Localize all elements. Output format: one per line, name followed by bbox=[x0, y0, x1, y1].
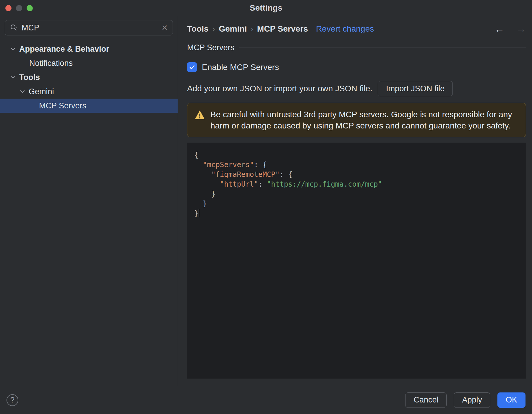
warning-icon bbox=[194, 110, 205, 121]
breadcrumb: Tools › Gemini › MCP Servers Revert chan… bbox=[187, 23, 526, 35]
sidebar-item-label: Appearance & Behavior bbox=[19, 45, 109, 54]
warning-text: Be careful with untrusted 3rd party MCP … bbox=[210, 109, 519, 131]
breadcrumb-mcp-servers: MCP Servers bbox=[257, 24, 308, 34]
dialog-footer: ? Cancel Apply OK bbox=[0, 386, 532, 414]
section-title: MCP Servers bbox=[187, 43, 234, 52]
sidebar-item-notifications[interactable]: Notifications bbox=[0, 56, 178, 70]
help-button[interactable]: ? bbox=[7, 394, 18, 406]
zoom-window-button[interactable] bbox=[27, 5, 33, 11]
sidebar-item-tools[interactable]: Tools bbox=[0, 70, 178, 84]
traffic-lights bbox=[5, 0, 33, 16]
section-header: MCP Servers bbox=[187, 43, 526, 52]
breadcrumb-separator: › bbox=[251, 25, 253, 34]
json-editor[interactable]: { "mcpServers": { "figmaRemoteMCP": { "h… bbox=[187, 143, 526, 379]
settings-content: ✕ Appearance & Behavior Notifications To bbox=[0, 16, 532, 386]
text-caret bbox=[199, 209, 199, 217]
sidebar-item-appearance-behavior[interactable]: Appearance & Behavior bbox=[0, 42, 178, 56]
ok-button[interactable]: OK bbox=[497, 392, 525, 408]
sidebar-item-gemini[interactable]: Gemini bbox=[0, 84, 178, 99]
search-icon bbox=[10, 24, 18, 32]
json-editor-code[interactable]: { "mcpServers": { "figmaRemoteMCP": { "h… bbox=[194, 150, 520, 219]
clear-search-icon[interactable]: ✕ bbox=[161, 24, 168, 32]
breadcrumb-gemini[interactable]: Gemini bbox=[219, 24, 247, 34]
sidebar-item-label: Gemini bbox=[29, 87, 54, 96]
mcp-servers-panel: Tools › Gemini › MCP Servers Revert chan… bbox=[178, 16, 532, 386]
settings-sidebar: ✕ Appearance & Behavior Notifications To bbox=[0, 16, 178, 386]
apply-button[interactable]: Apply bbox=[454, 392, 490, 408]
search-input[interactable] bbox=[22, 23, 158, 32]
enable-mcp-label[interactable]: Enable MCP Servers bbox=[202, 63, 279, 72]
sidebar-item-label: MCP Servers bbox=[39, 101, 86, 110]
breadcrumb-tools[interactable]: Tools bbox=[187, 24, 209, 34]
settings-search-box[interactable]: ✕ bbox=[5, 20, 173, 35]
import-description: Add your own JSON or import your own JSO… bbox=[187, 84, 372, 93]
enable-mcp-checkbox[interactable] bbox=[187, 62, 197, 72]
close-window-button[interactable] bbox=[5, 5, 12, 11]
cancel-button[interactable]: Cancel bbox=[405, 392, 447, 408]
chevron-down-icon[interactable] bbox=[9, 45, 17, 53]
section-divider bbox=[239, 48, 526, 48]
chevron-down-icon[interactable] bbox=[9, 74, 17, 81]
warning-banner: Be careful with untrusted 3rd party MCP … bbox=[187, 103, 526, 137]
minimize-window-button[interactable] bbox=[16, 5, 22, 11]
settings-tree: Appearance & Behavior Notifications Tool… bbox=[0, 42, 178, 113]
titlebar: Settings bbox=[0, 0, 532, 16]
import-row: Add your own JSON or import your own JSO… bbox=[187, 81, 526, 96]
back-arrow-button[interactable]: ← bbox=[494, 24, 505, 34]
chevron-down-icon[interactable] bbox=[19, 88, 26, 95]
sidebar-item-mcp-servers[interactable]: MCP Servers bbox=[0, 99, 178, 113]
window-title: Settings bbox=[250, 3, 282, 13]
settings-window: Settings ✕ bbox=[0, 0, 532, 414]
sidebar-item-label: Notifications bbox=[29, 59, 73, 68]
enable-mcp-row: Enable MCP Servers bbox=[187, 62, 526, 72]
breadcrumb-separator: › bbox=[213, 25, 215, 34]
revert-changes-link[interactable]: Revert changes bbox=[316, 24, 374, 34]
forward-arrow-button[interactable]: → bbox=[516, 24, 526, 34]
import-json-button[interactable]: Import JSON file bbox=[378, 81, 453, 96]
sidebar-item-label: Tools bbox=[19, 73, 40, 82]
